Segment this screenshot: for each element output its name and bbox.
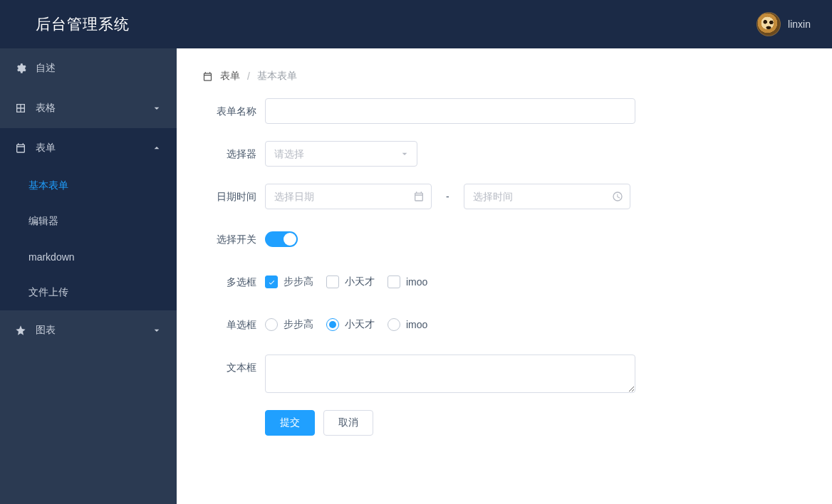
- checkbox-option-2[interactable]: 小天才: [326, 275, 375, 288]
- breadcrumb: 表单 / 基本表单: [202, 70, 806, 83]
- checkbox-label: imoo: [406, 276, 427, 288]
- sidebar-item-label: markdown: [28, 251, 75, 263]
- radio-box: [265, 318, 278, 331]
- sidebar-item-label: 基本表单: [28, 179, 68, 192]
- calendar-icon: [202, 71, 213, 82]
- username: linxin: [788, 19, 811, 30]
- sidebar-item-chart[interactable]: 图表: [0, 310, 177, 350]
- sidebar-submenu-table: 表格: [0, 88, 177, 128]
- sidebar-item-upload[interactable]: 文件上传: [0, 275, 177, 310]
- sidebar-item-label: 编辑器: [28, 215, 58, 228]
- form-row-selector: 选择器: [202, 141, 806, 167]
- radio-box: [388, 318, 400, 331]
- chevron-down-icon: [151, 103, 162, 114]
- chevron-up-icon: [151, 142, 162, 154]
- form-label-selector: 选择器: [202, 141, 265, 167]
- date-separator: -: [446, 191, 449, 202]
- avatar: [756, 12, 781, 36]
- main-content: 表单 / 基本表单 表单名称 选择器: [177, 48, 832, 504]
- sidebar-item-label: 图表: [36, 324, 56, 337]
- form-row-checkbox: 多选框 步步高 小天才: [202, 269, 806, 295]
- form-label-name: 表单名称: [202, 98, 265, 124]
- checkbox-box: [326, 275, 339, 288]
- checkbox-label: 小天才: [345, 275, 375, 288]
- app-title: 后台管理系统: [36, 14, 130, 34]
- radio-label: imoo: [406, 319, 427, 330]
- sidebar-submenu-form: 表单 基本表单 编辑器 markdown 文件上传: [0, 128, 177, 310]
- user-chip[interactable]: linxin: [756, 12, 811, 36]
- sidebar-item-markdown[interactable]: markdown: [0, 239, 177, 275]
- form-row-radio: 单选框 步步高 小天才 imoo: [202, 312, 806, 337]
- radio-option-1[interactable]: 步步高: [265, 318, 313, 331]
- sidebar-item-label: 表单: [36, 142, 56, 154]
- checkbox-box: [265, 275, 278, 288]
- sidebar-item-table[interactable]: 表格: [0, 88, 177, 128]
- sidebar-item-editor[interactable]: 编辑器: [0, 204, 177, 239]
- form-row-datetime: 日期时间 -: [202, 184, 806, 209]
- form-label-datetime: 日期时间: [202, 184, 265, 209]
- cancel-button[interactable]: 取消: [323, 410, 373, 436]
- sidebar-item-label: 表格: [36, 102, 56, 115]
- sidebar-item-label: 自述: [36, 62, 56, 75]
- date-input[interactable]: [265, 184, 432, 209]
- app-header: 后台管理系统 linxin: [0, 0, 832, 48]
- checkbox-option-3[interactable]: imoo: [388, 275, 427, 288]
- checkbox-label: 步步高: [284, 275, 313, 288]
- gear-icon: [14, 62, 27, 75]
- radio-option-3[interactable]: imoo: [388, 318, 427, 331]
- form-label-checkbox: 多选框: [202, 269, 265, 295]
- chevron-down-icon: [151, 325, 162, 336]
- checkbox-option-1[interactable]: 步步高: [265, 275, 313, 288]
- name-input[interactable]: [265, 98, 635, 124]
- checkbox-box: [388, 275, 400, 288]
- breadcrumb-root[interactable]: 表单: [220, 70, 240, 83]
- form-row-actions: 提交 取消: [202, 410, 806, 436]
- calendar-icon: [14, 142, 27, 154]
- submit-button[interactable]: 提交: [265, 410, 315, 436]
- form-row-name: 表单名称: [202, 98, 806, 124]
- sidebar-submenu-chart: 图表: [0, 310, 177, 350]
- form-label-textarea: 文本框: [202, 355, 265, 380]
- sidebar-submenu-form-list: 基本表单 编辑器 markdown 文件上传: [0, 168, 177, 310]
- radio-option-2[interactable]: 小天才: [326, 318, 375, 331]
- textarea-input[interactable]: [265, 355, 635, 393]
- switch-toggle[interactable]: [265, 231, 298, 247]
- form-row-textarea: 文本框: [202, 355, 806, 393]
- form: 表单名称 选择器 日期时间: [202, 98, 806, 436]
- table-icon: [14, 102, 27, 115]
- sidebar: 自述 表格 表单 基本表单: [0, 48, 177, 504]
- content-card: 表单 / 基本表单 表单名称 选择器: [177, 48, 832, 481]
- sidebar-item-readme[interactable]: 自述: [0, 48, 177, 88]
- time-input[interactable]: [464, 184, 630, 209]
- radio-box: [326, 318, 339, 331]
- sidebar-item-form[interactable]: 表单: [0, 128, 177, 168]
- sidebar-item-basic-form[interactable]: 基本表单: [0, 168, 177, 204]
- form-row-switch: 选择开关: [202, 226, 806, 252]
- selector-input[interactable]: [265, 141, 417, 167]
- radio-label: 小天才: [345, 318, 375, 331]
- star-icon: [14, 324, 27, 337]
- sidebar-item-label: 文件上传: [28, 286, 68, 299]
- form-label-switch: 选择开关: [202, 226, 265, 252]
- form-label-radio: 单选框: [202, 312, 265, 337]
- breadcrumb-separator: /: [247, 70, 250, 82]
- radio-label: 步步高: [284, 318, 313, 331]
- breadcrumb-current: 基本表单: [257, 70, 297, 83]
